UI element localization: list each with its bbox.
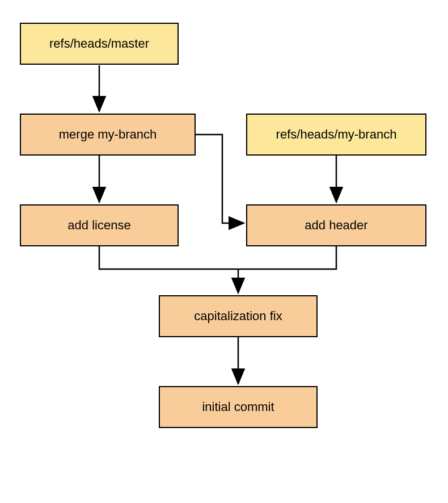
- commit-initial-label: initial commit: [202, 400, 274, 414]
- ref-my-branch-label: refs/heads/my-branch: [276, 127, 397, 142]
- ref-my-branch-node: refs/heads/my-branch: [246, 114, 426, 156]
- commit-initial-node: initial commit: [159, 386, 318, 428]
- commit-add-license-node: add license: [20, 204, 179, 246]
- commit-merge-node: merge my-branch: [20, 114, 196, 156]
- commit-add-header-label: add header: [305, 218, 367, 233]
- commit-cap-fix-node: capitalization fix: [159, 295, 318, 337]
- commit-add-license-label: add license: [67, 218, 130, 233]
- commit-merge-label: merge my-branch: [59, 127, 157, 142]
- commit-cap-fix-label: capitalization fix: [194, 309, 282, 324]
- ref-master-node: refs/heads/master: [20, 23, 179, 65]
- ref-master-label: refs/heads/master: [49, 36, 149, 51]
- commit-add-header-node: add header: [246, 204, 426, 246]
